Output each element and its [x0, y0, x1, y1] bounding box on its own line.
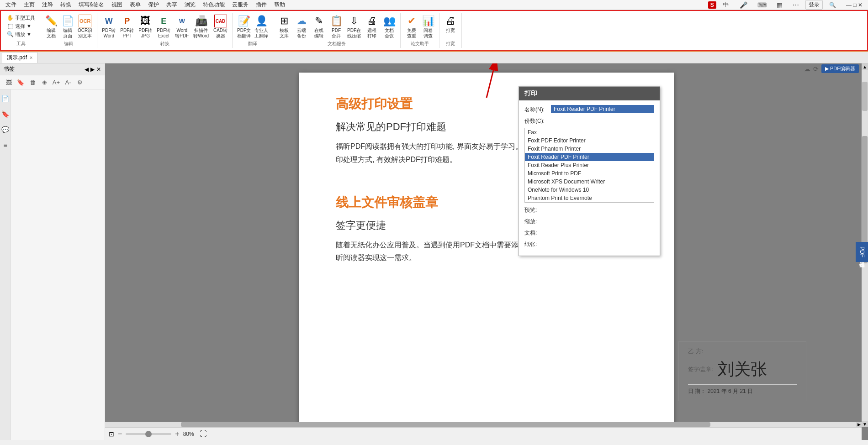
pdf-merge-button[interactable]: 📋 PDF合并 — [328, 14, 344, 40]
sidebar-thumbnail-btn[interactable]: 🖼 — [4, 77, 14, 87]
template-button[interactable]: ⊞ 模板文库 — [276, 14, 292, 40]
sidebar-text-large-btn[interactable]: A+ — [51, 77, 61, 87]
file-tab-demo[interactable]: 演示.pdf × — [2, 52, 37, 63]
edit-page-icon: 📄 — [61, 15, 74, 27]
print-list-item-onenote[interactable]: OneNote for Windows 10 — [525, 186, 654, 194]
reading-survey-button[interactable]: 📊 阅卷调查 — [420, 14, 436, 40]
print-list-item-ms-xps[interactable]: Microsoft XPS Document Writer — [525, 178, 654, 186]
ribbon-group-translate: 📝 PDF文档翻译 👤 专业人工翻译 翻译 — [233, 13, 273, 48]
window-controls: — □ ✕ — [842, 1, 866, 9]
sidebar-settings-btn[interactable]: ⚙ — [75, 77, 85, 87]
word-to-pdf-button[interactable]: W Word转PDF — [173, 14, 191, 40]
scrollbar-h-right[interactable]: ▶ — [856, 422, 862, 427]
file-tab-close[interactable]: × — [30, 55, 32, 60]
print-list-item-phantom-evernote[interactable]: Phantom Print to Evernote — [525, 194, 654, 202]
doc-meeting-button[interactable]: 👥 文档会议 — [381, 14, 397, 40]
sidebar-text-small-btn[interactable]: A- — [63, 77, 73, 87]
cloud-sync-icon[interactable]: ☁ — [804, 65, 810, 73]
pdf-merge-label: PDF合并 — [332, 28, 341, 39]
menu-item-share[interactable]: 共享 — [163, 0, 181, 10]
edit-page-button[interactable]: 📄 编辑页面 — [59, 14, 76, 40]
menu-item-convert[interactable]: 转换 — [57, 0, 75, 10]
scan-to-word-button[interactable]: 📠 扫描件转Word — [191, 14, 211, 40]
hand-tool-button[interactable]: ✋ 手型工具 — [5, 14, 37, 22]
ribbon-group-academic-items: ✔ 免费查重 📊 阅卷调查 — [403, 14, 436, 40]
print-dialog-title: 打印 — [519, 87, 660, 100]
edit-doc-label: 编辑文档 — [47, 28, 56, 39]
sidebar-icon-layer[interactable]: ≡ — [0, 141, 11, 149]
menu-bar: 文件 主页 注释 转换 填写&签名 视图 表单 保护 共享 浏览 特色功能 云服… — [0, 0, 868, 10]
menu-item-sign[interactable]: 填写&签名 — [75, 0, 108, 10]
menu-item-special[interactable]: 特色功能 — [199, 0, 228, 10]
print-list-item-foxit-reader[interactable]: Foxit Reader PDF Printer — [525, 153, 654, 161]
sidebar-close[interactable]: ✕ — [96, 66, 101, 73]
remote-print-button[interactable]: 🖨 远程打印 — [364, 14, 380, 40]
pdf-to-excel-label: PDF转Excel — [157, 28, 170, 39]
fit-page-icon[interactable]: ⊡ — [109, 430, 114, 438]
grid-icon[interactable]: ▦ — [773, 0, 786, 10]
menu-item-file[interactable]: 文件 — [2, 0, 20, 10]
online-edit-icon: ✎ — [312, 15, 325, 27]
pdf-to-word-button[interactable]: W PDF转Word — [100, 14, 117, 40]
edit-doc-button[interactable]: ✏️ 编辑文档 — [43, 14, 59, 40]
expert-translate-button[interactable]: 👤 专业人工翻译 — [253, 14, 270, 40]
menu-item-help[interactable]: 帮助 — [270, 0, 289, 10]
cloud-backup-button[interactable]: ☁ 云端备份 — [293, 14, 310, 40]
print-list-item-ms-pdf[interactable]: Microsoft Print to PDF — [525, 169, 654, 178]
pdf-to-excel-button[interactable]: E PDF转Excel — [155, 14, 172, 40]
menu-item-browse[interactable]: 浏览 — [181, 0, 199, 10]
print-name-selected[interactable]: Foxit Reader PDF Printer — [551, 105, 654, 113]
search-icon[interactable]: 🔍 — [826, 1, 840, 9]
pdf-to-ppt-button[interactable]: P PDF转PPT — [118, 14, 136, 40]
expand-view-btn[interactable]: ⛶ — [200, 430, 207, 438]
print-room-button[interactable]: 🖨 打宽 — [442, 14, 459, 34]
menu-item-annotate[interactable]: 注释 — [38, 0, 57, 10]
scrollbar-h[interactable]: ▶ — [105, 422, 862, 427]
scrollbar-up-btn[interactable]: ▲ — [862, 63, 868, 70]
select-button[interactable]: ⬚ 选择 ▼ — [5, 22, 37, 30]
menu-item-plugin[interactable]: 插件 — [252, 0, 270, 10]
print-room-label: 打宽 — [446, 28, 455, 33]
scrollbar-down-btn[interactable]: ▼ — [862, 421, 868, 427]
zoom-plus-btn[interactable]: + — [175, 430, 179, 438]
more-icon[interactable]: ⋯ — [789, 0, 803, 10]
login-button[interactable]: 登录 — [805, 0, 823, 10]
print-list-item-foxit-plus[interactable]: Foxit Reader Plus Printer — [525, 161, 654, 169]
sidebar-expand-btn[interactable]: ⊕ — [39, 77, 49, 87]
online-edit-button[interactable]: ✎ 在线编辑 — [311, 14, 327, 40]
zoom-slider-thumb[interactable] — [145, 431, 152, 437]
scrollbar-h-thumb[interactable] — [181, 422, 710, 427]
ocr-button[interactable]: OCR OCR识别文本 — [76, 14, 94, 40]
keyboard-icon[interactable]: ⌨ — [754, 0, 770, 10]
pdf-compress-button[interactable]: ⇩ PDF在线压缩 — [345, 14, 363, 40]
sidebar-icon-bookmark2[interactable]: 🔖 — [0, 110, 11, 118]
sidebar-header: 书签 ◀ ▶ ✕ — [0, 63, 105, 75]
print-list-item-fax[interactable]: Fax — [525, 128, 654, 136]
pdf-editor-badge[interactable]: ▶ PDF编辑器 — [821, 64, 859, 73]
free-check-button[interactable]: ✔ 免费查重 — [403, 14, 420, 40]
tab-bar: 演示.pdf × — [0, 52, 868, 63]
zoom-minus-btn[interactable]: − — [118, 430, 122, 438]
pdf-editor-panel-btn[interactable]: PDF编辑器 — [856, 242, 868, 262]
menu-item-home[interactable]: 主页 — [20, 0, 38, 10]
sidebar-nav-prev[interactable]: ◀ — [85, 66, 89, 73]
cad-converter-button[interactable]: CAD CAD转换器 — [212, 14, 229, 40]
sidebar-icon-annot[interactable]: 💬 — [0, 126, 11, 133]
ribbon-group-edit-items: ✏️ 编辑文档 📄 编辑页面 OCR OCR识别文本 — [43, 14, 94, 40]
sidebar-nav-next[interactable]: ▶ — [90, 66, 95, 73]
menu-item-view[interactable]: 视图 — [108, 0, 126, 10]
menu-item-form[interactable]: 表单 — [126, 0, 144, 10]
menu-item-cloud[interactable]: 云服务 — [228, 0, 252, 10]
sync-icon[interactable]: ⟳ — [813, 65, 819, 73]
zoom-button[interactable]: 🔍 缩放 ▼ — [5, 30, 37, 38]
mic-icon[interactable]: 🎤 — [736, 0, 751, 10]
sidebar-remove-bookmark-btn[interactable]: 🗑 — [27, 77, 37, 87]
print-list-item-foxit-editor[interactable]: Foxit PDF Editor Printer — [525, 136, 654, 145]
menu-item-protect[interactable]: 保护 — [144, 0, 163, 10]
sidebar-icon-page[interactable]: 📄 — [0, 95, 11, 102]
print-list-item-foxit-phantom[interactable]: Foxit Phantom Printer — [525, 145, 654, 153]
zoom-slider[interactable] — [126, 433, 171, 435]
pdf-translate-button[interactable]: 📝 PDF文档翻译 — [235, 14, 253, 40]
sidebar-add-bookmark-btn[interactable]: 🔖 — [16, 77, 26, 87]
pdf-to-jpg-button[interactable]: 🖼 PDF转JPG — [137, 14, 154, 40]
